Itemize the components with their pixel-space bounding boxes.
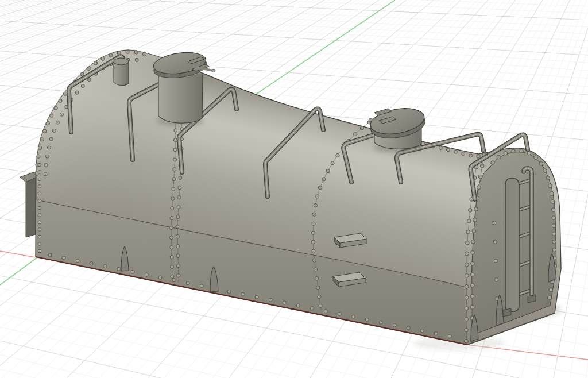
rivet <box>173 158 177 161</box>
rivet <box>448 335 451 338</box>
rivet <box>546 176 550 180</box>
rivet <box>534 156 538 160</box>
rivet <box>38 178 41 181</box>
rivet <box>170 217 173 220</box>
rivet <box>319 304 322 307</box>
rivet <box>38 199 41 203</box>
rivet <box>81 84 84 88</box>
rivet <box>420 329 424 333</box>
ladder-left-stile-loop[interactable] <box>505 178 519 311</box>
rivet <box>527 151 531 155</box>
rivet <box>59 99 62 102</box>
rivet <box>439 146 442 150</box>
rivet <box>326 169 330 173</box>
rivet <box>311 240 315 244</box>
vent-pipe-top[interactable] <box>114 58 129 65</box>
rivet <box>241 292 245 296</box>
rivet <box>80 72 84 76</box>
ladder-foot-right[interactable] <box>528 295 536 303</box>
rivet <box>177 196 181 199</box>
dome1-rod-tip[interactable] <box>212 69 215 72</box>
rivet <box>171 197 175 200</box>
rivet <box>40 138 44 141</box>
rivet <box>87 78 91 82</box>
rivet <box>145 273 148 276</box>
rivet <box>551 208 555 212</box>
rivet <box>171 275 174 279</box>
rivet <box>87 67 90 70</box>
rivet <box>49 114 53 117</box>
rivet <box>315 277 319 280</box>
rivet <box>469 209 473 213</box>
rivet <box>338 313 341 316</box>
rivet <box>495 278 498 281</box>
rivet <box>131 270 134 273</box>
rivet <box>38 185 41 188</box>
rivet <box>170 256 173 259</box>
rivet <box>255 295 258 299</box>
rivet <box>549 288 553 292</box>
rivet <box>47 146 51 149</box>
rivet <box>186 281 189 285</box>
rivet <box>52 129 56 132</box>
rivet <box>174 129 177 132</box>
rivet <box>75 91 79 94</box>
rivet <box>336 153 339 157</box>
rivet <box>469 154 473 157</box>
rivet <box>176 235 179 238</box>
rivet <box>491 161 495 165</box>
rivet <box>318 186 322 190</box>
cad-viewport[interactable] <box>0 0 588 378</box>
viewport-svg[interactable] <box>0 0 588 378</box>
rivet <box>54 106 57 110</box>
rivet <box>227 290 231 294</box>
rivet <box>178 186 181 190</box>
rivet <box>142 52 146 56</box>
rivet <box>360 126 363 130</box>
rivet <box>318 295 321 299</box>
rivet <box>45 155 49 158</box>
rivet <box>103 265 107 268</box>
rivet <box>296 304 300 307</box>
rivet <box>135 58 138 61</box>
rivet <box>454 150 458 153</box>
rivet <box>312 259 316 262</box>
rivet <box>550 192 554 196</box>
rivet <box>43 129 47 133</box>
dome2-rod-tip[interactable] <box>369 118 372 122</box>
rivet <box>200 284 203 288</box>
rivet <box>539 162 543 166</box>
rivet <box>76 259 79 263</box>
rivet <box>117 51 121 55</box>
rivet <box>474 207 478 211</box>
rivet <box>56 121 59 124</box>
rivet <box>477 186 481 190</box>
rivet <box>269 298 272 302</box>
rivet <box>471 261 475 265</box>
rivet <box>179 176 182 180</box>
dome1-drum[interactable] <box>158 75 203 123</box>
rivet <box>480 164 484 168</box>
rivet <box>471 250 475 254</box>
rivet <box>314 268 318 271</box>
left-bracket-plate[interactable] <box>26 178 36 237</box>
rivet <box>171 207 174 210</box>
rivet <box>312 222 315 225</box>
rivet <box>465 339 469 343</box>
rivet <box>466 241 470 245</box>
rivet <box>177 274 180 277</box>
rivet <box>176 215 180 219</box>
rivet <box>552 240 556 244</box>
rivet <box>316 286 320 290</box>
rivet <box>60 113 64 116</box>
rivet <box>504 152 508 156</box>
rivet <box>38 214 41 217</box>
rivet <box>465 295 469 299</box>
rivet <box>38 235 41 238</box>
rivet <box>331 161 334 165</box>
rivet <box>462 152 465 156</box>
rivet <box>477 155 481 159</box>
rivet <box>173 148 177 152</box>
rivet <box>351 315 355 318</box>
ladder-foot-left[interactable] <box>503 308 511 317</box>
